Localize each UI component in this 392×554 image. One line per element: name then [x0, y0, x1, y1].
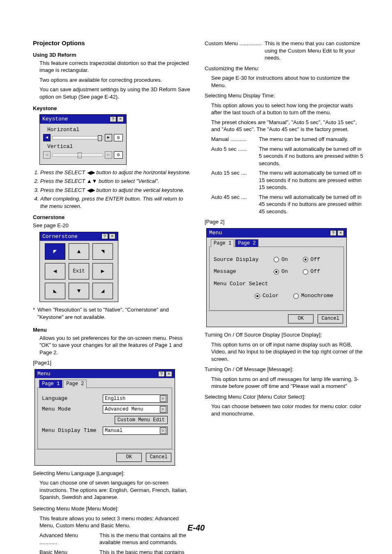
menu-heading: Menu — [33, 326, 191, 334]
using-3d-p2: Two options are available for correcting… — [39, 76, 191, 84]
message-label: Message — [214, 268, 271, 275]
step-3: Press the SELECT ◀▶ button to adjust the… — [40, 187, 191, 194]
keystone-v-label: Vertical — [43, 143, 123, 150]
auto15-term: Auto 15 sec .... — [211, 169, 256, 191]
keystone-win-title: Keystone — [42, 115, 68, 123]
custom-menu-edit-button[interactable]: Custom Menu Edit — [115, 416, 168, 424]
section-title: Projector Options — [33, 39, 191, 47]
source-off-radio[interactable] — [303, 257, 308, 262]
lang-desc: You can choose one of seven languages fo… — [39, 479, 191, 501]
help-icon[interactable]: ? — [158, 371, 165, 377]
menu-page2-window: Menu ? × Page 1 Page 2 Source Display — [206, 228, 347, 327]
menu-mode-select[interactable]: Advanced Menu ▷ — [103, 405, 168, 413]
color-radio[interactable] — [255, 293, 260, 299]
menu-win-title: Menu — [37, 370, 50, 378]
customizing-heading: Customizing the Menu: — [205, 65, 363, 72]
close-icon[interactable]: × — [109, 233, 115, 239]
on-label: On — [281, 256, 288, 263]
message-on-radio[interactable] — [274, 269, 279, 275]
page-number: E-40 — [0, 522, 392, 533]
tab-page2[interactable]: Page 2 — [63, 380, 87, 388]
customizing-desc: See page E-30 for instructions about how… — [211, 74, 363, 89]
off-label: Off — [311, 256, 320, 263]
mono-label: Monochrome — [301, 292, 333, 300]
auto15-desc: The menu will automatically be turned of… — [256, 169, 363, 191]
cancel-button[interactable]: Cancel — [146, 453, 171, 462]
help-icon[interactable]: ? — [101, 233, 108, 239]
tab-page1[interactable]: Page 1 — [211, 239, 234, 247]
close-icon[interactable]: × — [337, 230, 344, 236]
lang-heading: Selecting Menu Language [Language]: — [33, 470, 191, 477]
corner-t-button[interactable]: ▲ — [69, 243, 89, 260]
ok-button[interactable]: OK — [288, 314, 314, 323]
exit-button[interactable]: Exit — [69, 263, 89, 279]
close-icon[interactable]: × — [166, 371, 172, 377]
mono-radio[interactable] — [293, 293, 299, 299]
corner-l-button[interactable]: ◀ — [45, 263, 65, 279]
arrow-left-icon[interactable]: ◁ — [43, 151, 51, 159]
keystone-window: Keystone ? × Horizontal ◀ ▶ 0 Vertical — [39, 114, 127, 165]
display-time-select[interactable]: Manual ▷ — [103, 427, 168, 435]
arrow-right-icon[interactable]: ▷ — [105, 151, 112, 159]
source-on-radio[interactable] — [274, 257, 279, 262]
color-label: Color — [263, 292, 279, 300]
keystone-heading: Keystone — [33, 105, 191, 112]
close-icon[interactable]: × — [117, 116, 124, 122]
corner-b-button[interactable]: ▼ — [69, 283, 89, 299]
keystone-h-slider[interactable] — [52, 136, 103, 139]
on-label: On — [281, 268, 288, 275]
auto45-term: Auto 45 sec .... — [211, 194, 256, 215]
page1-label: [Page1] — [33, 359, 191, 367]
help-icon[interactable]: ? — [330, 230, 337, 236]
menu-mode-label: Menu Mode — [42, 406, 99, 413]
cornerstone-seepage: See page E-20 — [33, 222, 191, 229]
src-desc: This option turns on or off input name d… — [211, 341, 363, 363]
msg-heading: Turning On / Off Message [Message]: — [205, 366, 363, 373]
off-label: Off — [311, 268, 320, 275]
step-1: Press the SELECT ◀▶ button to adjust the… — [40, 169, 191, 176]
menu2-win-title: Menu — [209, 229, 222, 237]
keystone-v-value: 0 — [114, 151, 123, 159]
chevron-right-icon: ▷ — [160, 406, 166, 413]
arrow-left-icon[interactable]: ◀ — [43, 134, 51, 141]
message-off-radio[interactable] — [303, 269, 308, 275]
language-select[interactable]: English ▷ — [103, 395, 168, 403]
tab-page1[interactable]: Page 1 — [39, 380, 62, 388]
source-display-label: Source Display — [214, 256, 271, 263]
custom-menu-desc: This is the menu that you can customize … — [262, 40, 363, 62]
ok-button[interactable]: OK — [116, 453, 142, 462]
menu-desc: Allows you to set preferences for the on… — [39, 335, 191, 356]
keystone-v-slider[interactable] — [52, 153, 103, 157]
manual-desc: The menu can be turned off manually. — [256, 136, 363, 143]
menu-mode-value: Advanced Menu — [105, 406, 143, 413]
arrow-right-icon[interactable]: ▶ — [105, 134, 112, 141]
src-heading: Turning On / Off Source Display [Source … — [205, 331, 363, 339]
corner-bl-button[interactable]: ◣ — [45, 283, 65, 299]
cornerstone-heading: Cornerstone — [33, 214, 191, 221]
keystone-h-value: 0 — [114, 134, 123, 141]
menu-color-label: Menu Color Select — [214, 280, 339, 288]
menu-page1-window: Menu ? × Page 1 Page 2 Language — [35, 369, 175, 466]
corner-br-button[interactable]: ◢ — [92, 283, 113, 299]
corner-tr-button[interactable]: ◥ — [92, 243, 113, 260]
auto45-desc: The menu will automatically be turned of… — [256, 194, 363, 215]
mode-heading: Selecting Menu Mode [Menu Mode]: — [33, 505, 191, 512]
cornerstone-win-title: Cornerstone — [42, 233, 78, 240]
step-2: Press the SELECT ▲▼ button to select "Ve… — [40, 178, 191, 185]
tab-page2[interactable]: Page 2 — [235, 239, 258, 247]
display-time-value: Manual — [105, 427, 122, 434]
page2-label: [Page 2] — [205, 218, 363, 226]
chevron-right-icon: ▷ — [160, 427, 166, 434]
col-desc: You can choose between two color modes f… — [211, 403, 363, 417]
basic-menu-term: Basic Menu ................... — [39, 549, 97, 554]
corner-tl-button[interactable]: ◤ — [45, 243, 65, 260]
footnote-star: * — [33, 306, 35, 321]
col-heading: Selecting Menu Color [Menu Color Select]… — [205, 393, 363, 401]
cancel-button[interactable]: Cancel — [318, 314, 343, 323]
help-icon[interactable]: ? — [110, 116, 116, 122]
corner-r-button[interactable]: ▶ — [92, 263, 113, 279]
advanced-menu-desc: This is the menu that contains all the a… — [97, 532, 191, 546]
language-label: Language — [42, 395, 99, 402]
using-3d-p1: This feature corrects trapezoidal distor… — [39, 60, 191, 74]
displaytime-heading: Selecting Menu Display Time: — [205, 92, 363, 99]
